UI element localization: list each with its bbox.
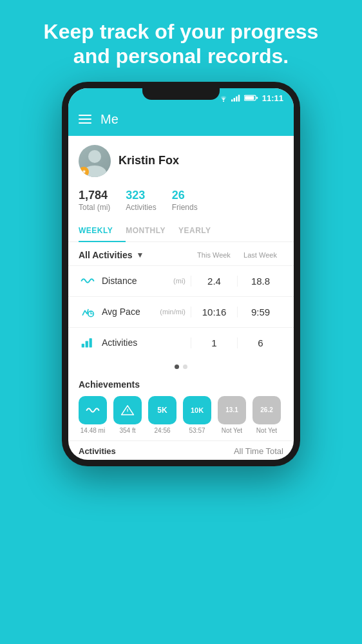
10k-achievement-badge: 10K: [183, 396, 211, 424]
pagination-dot-2[interactable]: [183, 365, 187, 369]
distance-icon: [79, 276, 97, 286]
stat-friends[interactable]: 26 Friends: [172, 189, 198, 212]
metrics-table: Distance (mi) 2.4 18.8 Avg Pace (min/mi): [68, 265, 294, 358]
distance-this-week: 2.4: [191, 276, 237, 287]
achievements-section: Achievements 14.48 mi: [68, 374, 294, 440]
svg-rect-2: [233, 98, 234, 102]
achievements-list: 14.48 mi 354 ft 5K 24:56: [79, 396, 283, 434]
half-marathon-achievement-badge: 13.1: [218, 396, 246, 424]
svg-rect-4: [238, 95, 240, 101]
last-week-header: Last Week: [237, 251, 283, 259]
filter-label: All Activities: [79, 250, 133, 260]
pace-label: Avg Pace: [102, 307, 160, 317]
app-header: Me: [68, 106, 294, 136]
stat-friends-label: Friends: [172, 203, 198, 212]
bottom-bar-total: All Time Total: [234, 446, 283, 456]
phone-notch: [142, 88, 220, 100]
list-item[interactable]: 26.2 Not Yet: [252, 396, 281, 434]
headline-area: Keep track of your progress and personal…: [0, 0, 362, 82]
profile-section: ★ Kristin Fox: [68, 136, 294, 184]
svg-rect-6: [245, 97, 254, 100]
activities-icon: [79, 337, 97, 348]
this-week-header: This Week: [191, 251, 237, 259]
list-item[interactable]: 13.1 Not Yet: [218, 396, 246, 434]
distance-achievement-badge: [79, 396, 107, 424]
list-item[interactable]: 14.48 mi: [79, 396, 107, 434]
stat-miles-label: Total (mi): [79, 203, 110, 212]
battery-icon: [244, 94, 258, 102]
activities-this-week: 1: [191, 337, 237, 348]
pace-last-week: 9:59: [237, 307, 283, 317]
table-row: Avg Pace (min/mi) 10:16 9:59: [68, 296, 294, 327]
marathon-achievement-label: Not Yet: [256, 427, 277, 434]
stats-row: 1,784 Total (mi) 323 Activities 26 Frien…: [68, 184, 294, 220]
list-item[interactable]: 10K 53:57: [183, 396, 211, 434]
bottom-bar: Activities All Time Total: [68, 440, 294, 460]
status-time: 11:11: [262, 93, 283, 103]
pace-icon: [79, 306, 97, 317]
stat-miles-value: 1,784: [79, 189, 110, 202]
distance-unit: (mi): [173, 277, 186, 285]
phone-frame: 11:11 Me ★ Kristin Fox 1,784 Tot: [62, 82, 300, 466]
stat-friends-value: 26: [172, 189, 198, 202]
tab-monthly[interactable]: MONTHLY: [126, 220, 178, 242]
stat-total-miles: 1,784 Total (mi): [79, 189, 110, 212]
stat-activities-value: 323: [126, 189, 156, 202]
pagination-dot-1[interactable]: [175, 365, 179, 369]
stat-activities[interactable]: 323 Activities: [126, 189, 156, 212]
half-marathon-achievement-label: Not Yet: [222, 427, 242, 434]
profile-name: Kristin Fox: [119, 154, 179, 167]
tab-yearly[interactable]: YEARLY: [178, 220, 224, 242]
marathon-achievement-badge: 26.2: [252, 396, 281, 424]
avatar[interactable]: ★: [79, 145, 111, 177]
5k-achievement-label: 24:56: [154, 427, 170, 434]
svg-rect-13: [90, 339, 92, 348]
tab-weekly[interactable]: WEEKLY: [79, 220, 126, 242]
hamburger-icon[interactable]: [79, 115, 91, 124]
svg-rect-1: [231, 100, 233, 102]
svg-rect-11: [82, 344, 84, 348]
filter-arrow-icon: ▼: [137, 251, 144, 260]
list-item[interactable]: 5K 24:56: [148, 396, 176, 434]
gold-badge: ★: [79, 167, 89, 177]
tabs-row: WEEKLY MONTHLY YEARLY: [68, 220, 294, 242]
signal-icon: [231, 94, 242, 102]
svg-point-0: [223, 101, 224, 102]
achievements-title: Achievements: [79, 379, 283, 390]
wifi-icon: [218, 94, 229, 102]
col-headers: This Week Last Week: [191, 251, 283, 259]
table-row: Distance (mi) 2.4 18.8: [68, 265, 294, 296]
filter-left[interactable]: All Activities ▼: [79, 250, 144, 260]
pagination-dots: [68, 358, 294, 374]
list-item[interactable]: 354 ft: [113, 396, 142, 434]
bottom-bar-activities[interactable]: Activities: [79, 446, 116, 456]
distance-achievement-label: 14.48 mi: [81, 427, 105, 434]
table-row: Activities 1 6: [68, 327, 294, 358]
headline-text: Keep track of your progress and personal…: [26, 19, 336, 69]
pace-this-week: 10:16: [191, 307, 237, 317]
elevation-achievement-badge: [113, 396, 142, 424]
stat-activities-label: Activities: [126, 203, 156, 212]
5k-achievement-badge: 5K: [148, 396, 176, 424]
distance-last-week: 18.8: [237, 276, 283, 287]
distance-label: Distance: [102, 276, 173, 286]
phone-screen: 11:11 Me ★ Kristin Fox 1,784 Tot: [68, 88, 294, 460]
status-icons: [218, 94, 258, 102]
svg-rect-7: [256, 97, 258, 99]
svg-rect-3: [236, 97, 237, 102]
10k-achievement-label: 53:57: [189, 427, 205, 434]
pace-unit: (min/mi): [160, 308, 186, 316]
activities-label: Activities: [102, 337, 186, 348]
app-header-title: Me: [100, 112, 119, 127]
elevation-achievement-label: 354 ft: [119, 427, 135, 434]
activity-filter-row: All Activities ▼ This Week Last Week: [68, 242, 294, 265]
activities-last-week: 6: [237, 337, 283, 348]
svg-rect-12: [86, 341, 88, 348]
